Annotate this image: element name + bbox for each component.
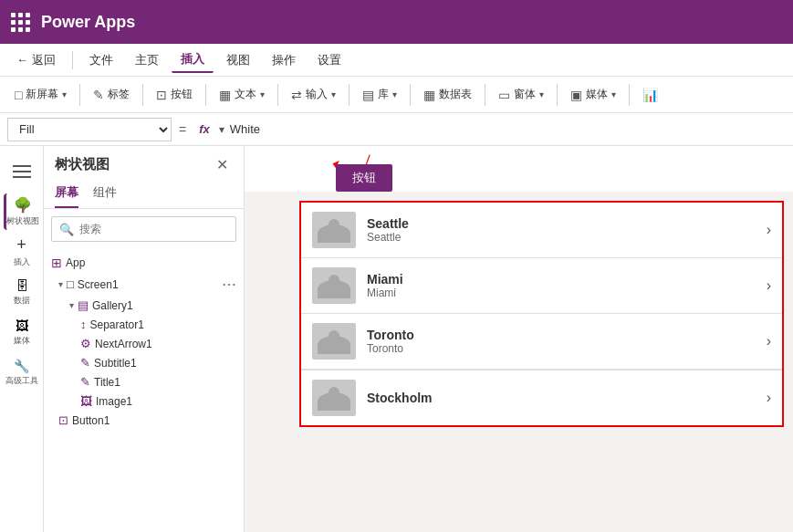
- tree-item-app[interactable]: ⊞ App: [44, 253, 244, 273]
- menu-action[interactable]: 操作: [263, 48, 305, 72]
- tree-item-nextarrow1[interactable]: ⚙ NextArrow1: [44, 334, 244, 353]
- toolbar-media[interactable]: ▣ 媒体 ▾: [563, 83, 623, 106]
- gallery-info-3: Stockholm: [367, 391, 756, 405]
- form-chevron: ▾: [539, 89, 544, 99]
- input-label: 输入: [306, 87, 328, 102]
- screen1-more-button[interactable]: ⋯: [222, 276, 236, 293]
- screen1-icon: □: [67, 277, 74, 291]
- gallery-chevron-2[interactable]: ›: [767, 333, 771, 349]
- gallery-chevron-1[interactable]: ›: [767, 277, 771, 294]
- gallery-chevron-0[interactable]: ›: [767, 222, 771, 238]
- tree-item-title1[interactable]: ✎ Title1: [44, 372, 244, 391]
- text-icon: ▦: [219, 88, 231, 102]
- toolbar: □ 新屏幕 ▾ ✎ 标签 ⊡ 按钮 ▦ 文本 ▾ ⇄ 输入 ▾ ▤ 库 ▾ ▦ …: [0, 77, 793, 113]
- gallery-thumb-0: [312, 212, 356, 248]
- tools-label: 高级工具: [5, 375, 38, 387]
- back-arrow-icon: ←: [16, 53, 28, 67]
- gallery-icon: ▤: [362, 88, 374, 102]
- form-label: 窗体: [514, 87, 536, 102]
- gallery-name-0: Seattle: [367, 216, 756, 231]
- toolbar-gallery[interactable]: ▤ 库 ▾: [355, 83, 404, 106]
- formula-equals: =: [175, 122, 190, 137]
- toolbar-datatable[interactable]: ▦ 数据表: [416, 83, 479, 106]
- tree-icon: 🌳: [14, 196, 32, 214]
- formula-chevron-icon: ▾: [219, 123, 224, 136]
- menu-home[interactable]: 主页: [126, 48, 168, 72]
- tree-search: 🔍: [44, 209, 244, 249]
- toolbar-label[interactable]: ✎ 标签: [86, 83, 137, 106]
- menu-file[interactable]: 文件: [80, 48, 122, 72]
- toolbar-div-9: [629, 84, 630, 106]
- image1-label: Image1: [96, 395, 132, 408]
- toolbar-new-screen[interactable]: □ 新屏幕 ▾: [7, 83, 74, 106]
- search-icon: 🔍: [59, 223, 74, 236]
- tree-item-image1[interactable]: 🖼 Image1: [44, 391, 244, 411]
- subtitle1-icon: ✎: [80, 356, 90, 370]
- tools-icon: 🔧: [14, 359, 29, 373]
- insert-icon: +: [16, 235, 26, 255]
- tree-tab-screens[interactable]: 屏幕: [55, 179, 78, 208]
- media-icon: ▣: [570, 88, 582, 102]
- gallery-sub-2: Toronto: [367, 342, 756, 355]
- tree-app-label: App: [66, 256, 85, 269]
- label-label: 标签: [108, 87, 130, 102]
- new-screen-label: 新屏幕: [26, 87, 58, 102]
- toolbar-text[interactable]: ▦ 文本 ▾: [212, 83, 272, 106]
- media-chevron: ▾: [611, 89, 616, 99]
- app-title: Power Apps: [41, 13, 135, 32]
- button1-icon: ⊡: [58, 413, 68, 427]
- input-icon: ⇄: [291, 88, 302, 102]
- sidebar-item-tools[interactable]: 🔧 高级工具: [4, 354, 40, 391]
- gallery-item-2[interactable]: Toronto Toronto ›: [301, 314, 782, 370]
- menu-back-button[interactable]: ← 返回: [7, 48, 65, 72]
- tree-panel-header: 树状视图 ✕: [44, 146, 244, 179]
- gallery-thumb-2: [312, 323, 356, 360]
- menu-insert[interactable]: 插入: [172, 47, 214, 73]
- formula-property-select[interactable]: Fill: [7, 118, 172, 141]
- gallery-chevron-3[interactable]: ›: [767, 390, 771, 406]
- menu-divider-1: [72, 51, 73, 69]
- sidebar-hamburger[interactable]: [4, 153, 40, 190]
- subtitle1-label: Subtitle1: [94, 357, 137, 370]
- toolbar-button[interactable]: ⊡ 按钮: [149, 83, 200, 106]
- tree-item-subtitle1[interactable]: ✎ Subtitle1: [44, 353, 244, 372]
- gallery-thumb-3: [312, 380, 356, 416]
- gallery-info-1: Miami Miami: [367, 272, 756, 299]
- toolbar-form[interactable]: ▭ 窗体 ▾: [491, 83, 551, 106]
- sidebar-item-insert[interactable]: + 插入: [4, 234, 40, 270]
- tree-item-separator1[interactable]: ↕ Separator1: [44, 315, 244, 334]
- toolbar-input[interactable]: ⇄ 输入 ▾: [284, 83, 343, 106]
- tree-item-gallery1[interactable]: ▾ ▤ Gallery1: [44, 296, 244, 315]
- gallery-item-1[interactable]: Miami Miami ›: [301, 258, 782, 314]
- app-icon: ⊞: [51, 256, 62, 270]
- gallery-sub-1: Miami: [367, 287, 756, 299]
- chart-icon: 📊: [642, 88, 658, 102]
- tree-tab-components[interactable]: 组件: [93, 179, 117, 208]
- toolbar-chart[interactable]: 📊: [635, 84, 665, 106]
- tree-item-button1[interactable]: ⊡ Button1: [44, 411, 244, 430]
- button-label: 按钮: [171, 87, 193, 102]
- toolbar-div-2: [142, 84, 143, 106]
- screen1-label: Screen1: [78, 278, 119, 291]
- tree-search-input[interactable]: [79, 223, 228, 235]
- canvas-button[interactable]: 按钮: [336, 164, 392, 192]
- sidebar-item-tree[interactable]: 🌳 树状视图: [4, 193, 40, 230]
- gallery-container: Seattle Seattle › Miami Miami › Toronto: [299, 201, 784, 427]
- gallery-info-2: Toronto Toronto: [367, 328, 756, 355]
- gallery-name-1: Miami: [367, 272, 756, 287]
- datatable-label: 数据表: [439, 87, 472, 102]
- sidebar-item-data[interactable]: 🗄 数据: [4, 274, 40, 310]
- formula-input[interactable]: [230, 118, 786, 141]
- gallery-item-3-partial[interactable]: Stockholm ›: [301, 370, 782, 425]
- nextarrow1-label: NextArrow1: [95, 338, 152, 350]
- gallery-item-0[interactable]: Seattle Seattle ›: [301, 203, 782, 258]
- menu-view[interactable]: 视图: [217, 48, 259, 72]
- tree-item-screen1[interactable]: ▾ □ Screen1 ⋯: [44, 273, 244, 296]
- toolbar-div-4: [277, 84, 278, 106]
- menu-settings[interactable]: 设置: [308, 48, 350, 72]
- app-grid-icon[interactable]: [11, 13, 30, 32]
- sidebar-item-media[interactable]: 🖼 媒体: [4, 314, 40, 350]
- tree-search-wrap: 🔍: [51, 216, 236, 242]
- left-sidebar: 🌳 树状视图 + 插入 🗄 数据 🖼 媒体 🔧 高级工具: [0, 146, 44, 532]
- tree-panel-close-button[interactable]: ✕: [211, 153, 233, 175]
